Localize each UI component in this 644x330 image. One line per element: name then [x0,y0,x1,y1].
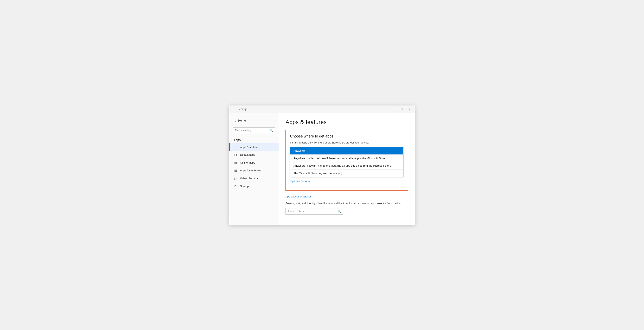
optional-features-link[interactable]: Optional features [290,180,404,183]
sidebar-item-default-apps[interactable]: ⊟ Default apps [229,151,279,159]
minimize-button[interactable]: — [392,107,397,111]
sidebar: ⌂ Home 🔍 Apps ≡ Apps & features ⊟ Defaul… [229,113,279,225]
titlebar-title: Settings [238,107,392,111]
sidebar-item-offline-maps[interactable]: ⊞ Offline maps [229,159,279,167]
dropdown-option-anywhere-notify[interactable]: Anywhere, but let me know if there's a c… [290,155,403,162]
dropdown-option-anywhere-warn[interactable]: Anywhere, but warn me before installing … [290,162,403,170]
home-icon: ⌂ [234,118,236,123]
default-apps-icon: ⊟ [234,153,238,157]
sidebar-item-home[interactable]: ⌂ Home [229,116,279,125]
apps-websites-icon: ⊡ [234,169,238,173]
sidebar-home-label: Home [238,119,246,122]
content-area: ⌂ Home 🔍 Apps ≡ Apps & features ⊟ Defaul… [229,113,415,225]
settings-window: ← Settings — □ ✕ ⌂ Home 🔍 Apps ≡ Apps & … [229,105,415,225]
sidebar-item-apps-websites-label: Apps for websites [240,169,261,172]
sidebar-item-apps-features-label: Apps & features [240,145,259,149]
startup-icon: ⊓ [234,185,238,188]
close-button[interactable]: ✕ [406,107,412,111]
page-title: Apps & features [286,119,408,125]
sidebar-item-video-playback[interactable]: ▷ Video playback [229,175,279,182]
sidebar-item-startup-label: Startup [240,185,249,188]
apps-features-icon: ≡ [234,145,238,149]
sidebar-section-label: Apps [229,136,279,143]
settings-search-input[interactable] [235,129,270,132]
source-dropdown[interactable]: Anywhere Anywhere, but let me know if th… [290,147,404,177]
back-button[interactable]: ← [232,107,235,111]
maximize-button[interactable]: □ [399,107,405,111]
sidebar-item-video-playback-label: Video playback [240,177,258,180]
search-description: Search, sort, and filter by drive. If yo… [286,201,408,206]
choose-apps-description: Installing apps only from Microsoft Stor… [290,141,404,144]
search-list-box[interactable]: 🔍 [286,208,343,215]
choose-apps-heading: Choose where to get apps [290,134,404,138]
app-execution-link[interactable]: App execution aliases [286,195,408,198]
settings-search-box[interactable]: 🔍 [232,127,275,133]
window-controls: — □ ✕ [392,107,412,111]
search-icon: 🔍 [270,129,273,132]
main-content: Apps & features Choose where to get apps… [279,113,415,225]
sidebar-item-apps-websites[interactable]: ⊡ Apps for websites [229,167,279,175]
search-list-icon: 🔍 [338,210,341,213]
search-list-input[interactable] [288,210,338,213]
offline-maps-icon: ⊞ [234,161,238,164]
video-playback-icon: ▷ [234,177,238,180]
dropdown-option-store-only[interactable]: The Microsoft Store only (recommended) [290,170,403,177]
sidebar-item-startup[interactable]: ⊓ Startup [229,182,279,190]
dropdown-option-anywhere[interactable]: Anywhere [290,147,403,155]
titlebar: ← Settings — □ ✕ [229,105,415,113]
sidebar-item-apps-features[interactable]: ≡ Apps & features [229,143,279,151]
sidebar-item-default-apps-label: Default apps [240,153,255,156]
highlight-section: Choose where to get apps Installing apps… [286,130,408,191]
sidebar-item-offline-maps-label: Offline maps [240,161,255,164]
